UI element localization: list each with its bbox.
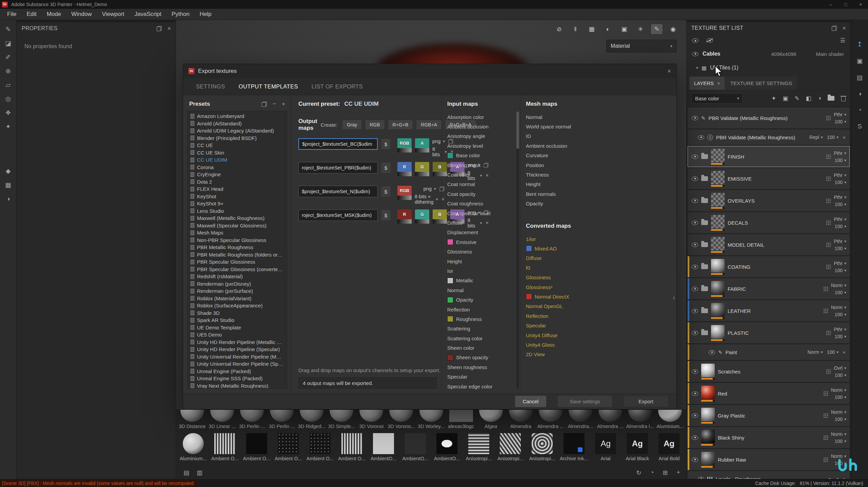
layer-row[interactable]: ✎ S ✎ Scratches Ovrl▾	[688, 361, 850, 382]
shelf-asset[interactable]: 3D Linear ...	[207, 409, 237, 429]
input-map-item[interactable]: Absorption color	[447, 112, 520, 122]
input-map-item[interactable]: Coat color	[447, 170, 520, 179]
opacity-dropdown[interactable]: 100▾	[835, 158, 846, 163]
view-list-icon[interactable]: ▥	[197, 469, 202, 476]
dialog-tab[interactable]: LIST OF EXPORTS	[305, 80, 369, 93]
layer-visibility-icon[interactable]	[692, 331, 698, 335]
channel-slot[interactable]: R	[397, 209, 412, 224]
shelf-asset[interactable]: Ambient O...	[241, 433, 273, 461]
preset-item[interactable]: Unity HD Render Pipeline (Specular)	[188, 346, 287, 353]
tool-icon[interactable]: ◪	[5, 40, 11, 46]
converted-map-item[interactable]: Glossiness	[526, 272, 676, 282]
layer-row[interactable]: ✎ S ✎ OVERLAYS Pthr▾	[688, 190, 850, 211]
mesh-map-item[interactable]: Opacity	[526, 199, 676, 208]
preset-item[interactable]: Unreal Engine (Packed)	[188, 368, 287, 375]
shelf-asset[interactable]: Almendra	[506, 409, 536, 429]
viewport-tool-icon[interactable]: ◉	[667, 24, 679, 34]
preset-item[interactable]: Unity Universal Render Pipeline (Spec...	[188, 360, 287, 368]
preset-item[interactable]: Arnold UDIM Legacy (AiStandard)	[188, 127, 287, 135]
filename-input[interactable]	[298, 162, 378, 174]
layer-visibility-icon[interactable]	[692, 199, 698, 203]
channel-slot[interactable]: A	[415, 138, 429, 153]
preset-item[interactable]: Unity Universal Render Pipeline (Meta...	[188, 353, 287, 361]
opacity-dropdown[interactable]: 100▾	[835, 312, 846, 317]
preset-item[interactable]: CC UE Skin	[188, 149, 287, 157]
filename-input[interactable]	[298, 209, 378, 221]
channel-slot[interactable]: G	[415, 162, 429, 176]
opacity-dropdown[interactable]: 100▾	[835, 268, 846, 273]
blend-mode-dropdown[interactable]: Norm▾	[831, 283, 846, 288]
preset-item[interactable]: Mesh Maps	[188, 229, 287, 237]
close-panel-icon[interactable]: ×	[842, 25, 846, 31]
layer-row[interactable]: ✎ S ✎ DECALS Pthr▾	[688, 212, 850, 233]
close-panel-icon[interactable]: ×	[167, 25, 171, 32]
layer-row[interactable]: ✎ S ✎ EMISSIVE Pthr▾	[688, 168, 850, 189]
blend-mode-dropdown[interactable]: Pthr▾	[834, 112, 846, 117]
shelf-asset[interactable]: Aluminium...	[655, 409, 685, 429]
mesh-map-item[interactable]: Position	[526, 160, 676, 170]
view-grid-icon[interactable]: ▤	[183, 469, 189, 476]
input-map-item[interactable]: Ambient occlusion	[447, 122, 520, 131]
blend-mode-dropdown[interactable]: Norm▾	[831, 431, 846, 437]
remove-layer-icon[interactable]: ×	[843, 135, 846, 140]
mesh-map-item[interactable]: Ambient occlusion	[526, 141, 676, 150]
blend-mode-dropdown[interactable]: Pthr▾	[834, 195, 846, 200]
input-map-item[interactable]: Coat specular level	[447, 208, 520, 218]
layer-visibility-icon[interactable]	[709, 350, 715, 354]
shelf-asset[interactable]: 3D Simple...	[327, 409, 356, 429]
menu-item[interactable]: File	[2, 9, 21, 20]
shelf-asset[interactable]: AmbientO...	[368, 433, 399, 461]
tool-icon[interactable]: ⊕	[5, 68, 11, 74]
preset-item[interactable]: CC UE	[188, 142, 287, 149]
shelf-asset[interactable]: Ambient O...	[273, 433, 304, 461]
shelf-asset[interactable]: Ag Arial Black	[622, 433, 653, 461]
blend-mode-dropdown[interactable]: Pthr▾	[834, 150, 846, 156]
popout-panel-icon[interactable]	[157, 26, 162, 31]
tool-icon[interactable]: ▱	[6, 82, 11, 88]
shelf-asset[interactable]: Aluminium...	[177, 433, 209, 461]
delete-layer-icon[interactable]	[841, 96, 846, 101]
blend-mode-dropdown[interactable]: Repl▾	[809, 135, 823, 140]
input-map-item[interactable]: Blending mask	[447, 160, 520, 170]
layer-row[interactable]: ✎ S ✎ Paint Norm▾	[688, 344, 850, 360]
tool-icon[interactable]: ✦	[5, 123, 11, 130]
input-map-item[interactable]: Glossiness	[447, 247, 520, 256]
create-map-button[interactable]: R+G+B	[388, 120, 413, 130]
dock-icon[interactable]: S	[857, 123, 862, 130]
dialog-tab[interactable]: SETTINGS	[190, 80, 231, 93]
preset-item[interactable]: PBR Metallic Roughness (folders or PS...	[188, 251, 287, 259]
shelf-asset[interactable]: Ag Arial Bold	[653, 433, 685, 461]
opacity-dropdown[interactable]: 100▾	[835, 417, 846, 422]
tool-icon[interactable]: ✎	[5, 26, 11, 33]
layer-visibility-icon[interactable]	[698, 135, 704, 140]
converted-map-item[interactable]: Normal DirectX	[526, 292, 676, 301]
input-map-item[interactable]: Displacement	[447, 228, 520, 237]
opacity-dropdown[interactable]: ▾	[835, 477, 839, 479]
viewport-tool-icon[interactable]: ✎	[651, 24, 663, 34]
create-map-button[interactable]: RGB+A	[416, 120, 442, 130]
layer-row[interactable]: ✎ S ✎ Levels - Roughness ▾	[688, 471, 850, 479]
layer-row[interactable]: ✎ S ✎ COATING Pthr▾	[688, 256, 850, 277]
viewport-tool-icon[interactable]: ⊘	[553, 24, 565, 34]
input-map-item[interactable]: Ior	[447, 266, 520, 276]
layer-visibility-icon[interactable]	[692, 287, 698, 291]
layer-row[interactable]: ✎ S ✎ FABRIC Norm▾	[688, 278, 850, 299]
shelf-asset[interactable]: Ambient O...	[209, 433, 241, 461]
preset-item[interactable]: Arnold (AiStandard)	[188, 120, 287, 127]
scrollbar-thumb[interactable]	[516, 111, 519, 149]
dock-icon[interactable]: ◔	[858, 106, 862, 114]
viewport-tool-icon[interactable]: ◐	[602, 24, 614, 34]
viewport-tool-icon[interactable]: ✳	[635, 24, 646, 34]
dock-icon[interactable]: ↥	[857, 40, 863, 48]
opacity-dropdown[interactable]: 100▾	[835, 372, 846, 378]
preset-item[interactable]: PBR Metallic Roughness	[188, 244, 287, 251]
mesh-map-item[interactable]: Normal	[526, 112, 676, 122]
pattern-button[interactable]: $	[381, 209, 391, 221]
input-map-item[interactable]: Specular edge color	[447, 382, 520, 391]
shelf-asset[interactable]: 3D Voronoi	[356, 409, 386, 429]
close-button[interactable]: ×	[853, 0, 868, 9]
layer-visibility-icon[interactable]	[698, 477, 704, 479]
converted-map-item[interactable]: Glossiness²	[526, 282, 676, 292]
preset-item[interactable]: FLEX Head	[188, 185, 287, 193]
input-map-item[interactable]: Emissive	[447, 237, 520, 247]
